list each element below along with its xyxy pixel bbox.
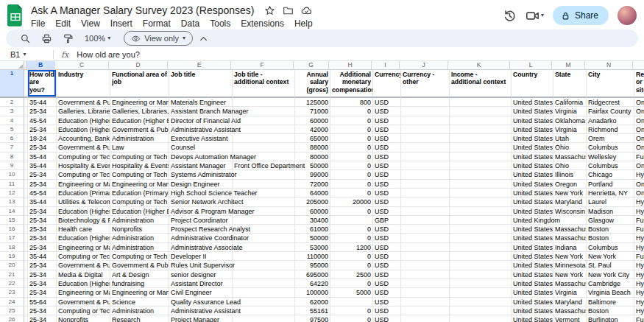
cell-N13[interactable]: Laurel [587,197,634,206]
cell-C6[interactable]: Accounting, Banking & Finance [57,134,110,143]
cell-N25[interactable]: Boston [587,307,634,315]
cell-J2[interactable] [401,98,450,107]
cell-N8[interactable]: Wellesley [587,153,634,161]
cell-M1[interactable]: State [553,70,587,98]
cell-K6[interactable] [450,134,512,143]
cell-I24[interactable]: USD [373,298,401,307]
menu-insert[interactable]: Insert [105,18,138,29]
row-number[interactable]: 24 [0,298,24,307]
cell-O8[interactable]: Fully remote [634,153,644,161]
menu-extensions[interactable]: Extensions [236,18,289,29]
cell-B8[interactable]: 35-44 [28,153,57,161]
cell-H19[interactable]: 0 [330,252,373,261]
cell-L10[interactable]: United States [512,170,553,179]
cell-C8[interactable]: Computing or Tech [57,153,110,161]
cell-J4[interactable] [401,116,450,125]
cell-J14[interactable] [401,207,450,216]
cell-B19[interactable]: 35-44 [28,252,57,261]
cell-B2[interactable]: 35-44 [28,98,57,107]
cell-N22[interactable]: Cambridge [587,279,634,288]
row-number[interactable]: 1 [0,70,24,98]
cell-E11[interactable]: Design Engineer [169,180,233,189]
cell-L11[interactable]: United States [512,180,553,189]
cell-J23[interactable] [401,288,450,297]
cell-O25[interactable]: Hybrid [634,307,644,315]
cell-O23[interactable]: Hybrid [634,288,644,297]
cell-K10[interactable] [450,170,512,179]
row-number[interactable]: 4 [0,116,24,125]
cell-E15[interactable]: Project Coordinator [169,216,233,225]
row-number[interactable]: 10 [0,170,24,179]
cell-N5[interactable]: Richmond [587,125,634,134]
cell-M4[interactable]: Oklahoma [553,116,587,125]
cell-H14[interactable]: 0 [330,207,373,216]
cell-D12[interactable]: Education (Primary/Secondary) [110,189,169,197]
cell-D25[interactable]: Administration [110,307,169,315]
row-number[interactable]: 2 [0,98,24,107]
cell-F15[interactable] [233,216,295,225]
cell-K24[interactable] [450,298,512,307]
cell-L17[interactable]: United States [512,234,553,242]
cell-F7[interactable] [233,143,295,152]
cell-D18[interactable]: Administration [110,243,169,252]
column-header-G[interactable]: G [294,61,329,69]
cell-B23[interactable]: 25-34 [28,288,57,297]
cell-C20[interactable]: Government & Public Administration [57,261,110,270]
cell-E5[interactable]: Administrative Assistant [169,125,233,134]
cell-O1[interactable]: Remote or on-site? [634,70,644,98]
cell-B6[interactable]: 18-24 [28,134,57,143]
cell-I2[interactable]: USD [373,98,401,107]
cell-C19[interactable]: Computing or Tech [57,252,110,261]
cell-D20[interactable]: Government & Public Administration [110,261,169,270]
cell-M16[interactable]: Massachusetts [553,225,587,234]
cell-F24[interactable] [233,298,295,307]
cell-O22[interactable]: Hybrid [634,279,644,288]
column-header-H[interactable]: H [329,61,372,69]
cell-N20[interactable]: St. Paul [587,261,634,270]
print-icon[interactable] [41,33,52,44]
cell-D16[interactable]: Nonprofits [110,225,169,234]
cell-M13[interactable]: Maryland [553,197,587,206]
cell-H18[interactable]: 1200 [330,243,373,252]
cell-L2[interactable]: United States [512,98,553,107]
cell-H16[interactable]: 0 [330,225,373,234]
cell-J6[interactable] [401,134,450,143]
cell-M11[interactable]: Oregon [553,180,587,189]
cell-I20[interactable]: USD [373,261,401,270]
cell-D13[interactable]: Computing or Tech [110,197,169,206]
cell-K3[interactable] [450,107,512,116]
cell-F9[interactable]: Front Office Department [233,161,295,170]
cell-F11[interactable] [233,180,295,189]
cell-C10[interactable]: Computing or Tech [57,170,110,179]
cell-B22[interactable]: 25-34 [28,279,57,288]
cell-J5[interactable] [401,125,450,134]
cell-H20[interactable]: 0 [330,261,373,270]
column-header-J[interactable]: J [400,61,448,69]
menu-edit[interactable]: Edit [50,18,76,29]
cell-G17[interactable]: 50000 [295,234,330,242]
cell-C4[interactable]: Education (Higher Education) [57,116,110,125]
cell-E12[interactable]: High School Science Teacher [169,189,233,197]
cell-M9[interactable]: Ohio [553,161,587,170]
cell-H1[interactable]: Additional monetary compensation [330,70,373,98]
cell-O14[interactable]: Hybrid [634,207,644,216]
cell-M18[interactable]: Indiana [553,243,587,252]
cell-D26[interactable]: Research [110,315,169,322]
cell-N12[interactable]: Henrietta, NY [587,189,634,197]
cell-J25[interactable] [401,307,450,315]
cell-N9[interactable]: Columbus [587,161,634,170]
cell-G1[interactable]: Annual salary (gross) [295,70,330,98]
cell-E14[interactable]: Advisor & Program Manager [169,207,233,216]
cell-H15[interactable] [330,216,373,225]
row-number[interactable]: 17 [0,234,24,242]
cell-I26[interactable]: USD [373,315,401,322]
cell-E25[interactable]: Administrative Assistant [169,307,233,315]
menu-help[interactable]: Help [289,18,318,29]
cell-D21[interactable]: Art & Design [110,270,169,279]
zoom-selector[interactable]: 100% ▾ [85,34,110,43]
cell-H17[interactable]: 0 [330,234,373,242]
cell-J9[interactable] [401,161,450,170]
menu-tools[interactable]: Tools [205,18,236,29]
cell-N21[interactable]: New York City [587,270,634,279]
collapse-toolbar-icon[interactable] [198,33,209,44]
